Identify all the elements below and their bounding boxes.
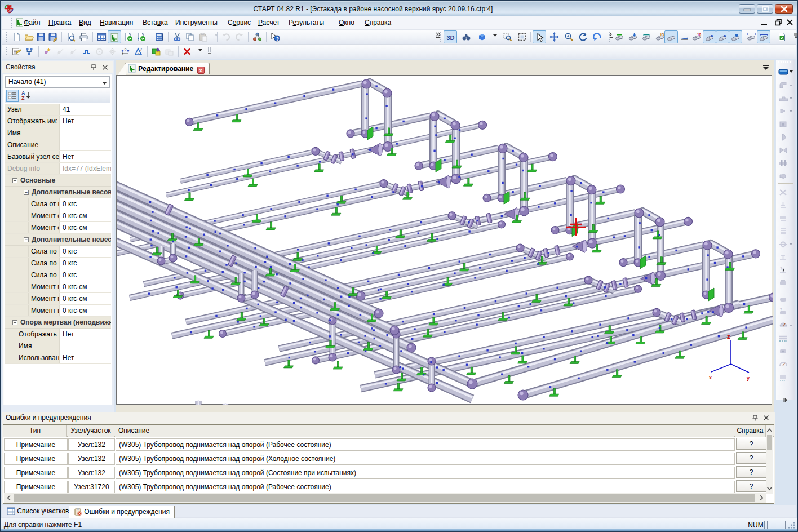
svg-text:10: 10 [697,33,702,37]
svg-text:?: ? [140,47,142,51]
svg-text:y: y [747,375,750,381]
svg-text:Z: Z [727,334,730,340]
svg-text:?: ? [276,36,279,42]
svg-text:Z: Z [21,95,25,101]
svg-text:?: ? [780,267,782,271]
svg-text:?: ? [780,308,782,311]
svg-text:x: x [709,375,712,380]
svg-text:?: ? [124,48,126,52]
svg-text:3D: 3D [446,34,454,41]
